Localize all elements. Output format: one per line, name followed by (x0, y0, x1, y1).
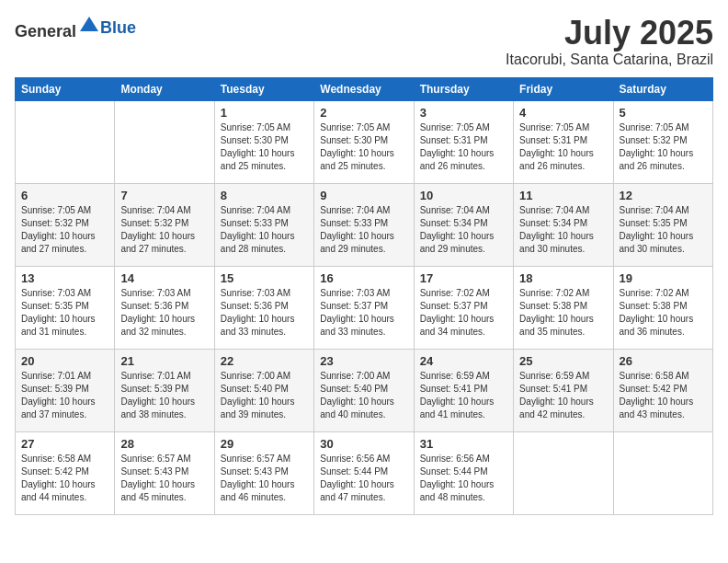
day-info: Sunrise: 7:04 AM Sunset: 5:35 PM Dayligh… (620, 204, 707, 256)
svg-marker-0 (80, 17, 98, 31)
day-info: Sunrise: 7:05 AM Sunset: 5:30 PM Dayligh… (221, 121, 308, 173)
day-number: 23 (320, 354, 407, 368)
day-number: 1 (221, 106, 308, 120)
calendar-cell: 22Sunrise: 7:00 AM Sunset: 5:40 PM Dayli… (214, 349, 313, 431)
day-number: 30 (320, 437, 407, 451)
day-info: Sunrise: 7:05 AM Sunset: 5:32 PM Dayligh… (620, 121, 707, 173)
day-of-week-header: Wednesday (314, 77, 414, 100)
day-number: 3 (420, 106, 507, 120)
calendar-cell: 7Sunrise: 7:04 AM Sunset: 5:32 PM Daylig… (115, 183, 214, 266)
day-number: 18 (519, 271, 607, 285)
day-number: 9 (320, 189, 407, 202)
calendar-cell: 25Sunrise: 6:59 AM Sunset: 5:41 PM Dayli… (514, 349, 613, 431)
calendar-cell: 24Sunrise: 6:59 AM Sunset: 5:41 PM Dayli… (414, 349, 513, 431)
day-number: 5 (620, 106, 707, 120)
calendar-cell: 11Sunrise: 7:04 AM Sunset: 5:34 PM Dayli… (514, 183, 613, 266)
day-of-week-header: Monday (115, 77, 214, 100)
logo-icon (78, 15, 100, 37)
calendar-cell: 2Sunrise: 7:05 AM Sunset: 5:30 PM Daylig… (314, 100, 414, 183)
calendar-cell: 5Sunrise: 7:05 AM Sunset: 5:32 PM Daylig… (613, 100, 712, 183)
calendar-cell: 15Sunrise: 7:03 AM Sunset: 5:36 PM Dayli… (214, 266, 313, 349)
day-of-week-header: Friday (514, 77, 613, 100)
calendar-cell: 27Sunrise: 6:58 AM Sunset: 5:42 PM Dayli… (16, 431, 115, 514)
day-info: Sunrise: 7:03 AM Sunset: 5:36 PM Dayligh… (120, 287, 208, 339)
day-info: Sunrise: 7:04 AM Sunset: 5:34 PM Dayligh… (420, 204, 507, 256)
calendar-cell: 3Sunrise: 7:05 AM Sunset: 5:31 PM Daylig… (414, 100, 513, 183)
day-info: Sunrise: 7:05 AM Sunset: 5:32 PM Dayligh… (21, 204, 108, 256)
day-info: Sunrise: 7:00 AM Sunset: 5:40 PM Dayligh… (320, 370, 407, 421)
calendar-cell: 17Sunrise: 7:02 AM Sunset: 5:37 PM Dayli… (414, 266, 513, 349)
calendar-cell: 29Sunrise: 6:57 AM Sunset: 5:43 PM Dayli… (214, 431, 313, 514)
calendar-cell (16, 100, 115, 183)
day-of-week-header: Tuesday (214, 77, 313, 100)
day-number: 7 (120, 189, 208, 202)
day-of-week-header: Thursday (414, 77, 513, 100)
day-number: 31 (420, 437, 507, 451)
day-info: Sunrise: 7:04 AM Sunset: 5:34 PM Dayligh… (519, 204, 607, 256)
calendar-cell: 23Sunrise: 7:00 AM Sunset: 5:40 PM Dayli… (314, 349, 414, 431)
calendar-cell: 31Sunrise: 6:56 AM Sunset: 5:44 PM Dayli… (414, 431, 513, 514)
day-number: 2 (320, 106, 407, 120)
day-info: Sunrise: 6:57 AM Sunset: 5:43 PM Dayligh… (120, 453, 208, 504)
calendar-cell: 19Sunrise: 7:02 AM Sunset: 5:38 PM Dayli… (613, 266, 712, 349)
logo-general: General (15, 22, 76, 40)
day-info: Sunrise: 6:56 AM Sunset: 5:44 PM Dayligh… (420, 453, 507, 504)
day-info: Sunrise: 7:04 AM Sunset: 5:33 PM Dayligh… (221, 204, 308, 256)
calendar-cell: 12Sunrise: 7:04 AM Sunset: 5:35 PM Dayli… (613, 183, 712, 266)
calendar-cell (514, 431, 613, 514)
day-info: Sunrise: 7:01 AM Sunset: 5:39 PM Dayligh… (21, 370, 108, 421)
day-number: 26 (620, 354, 707, 368)
location: Itacorubi, Santa Catarina, Brazil (506, 52, 713, 68)
day-number: 17 (420, 271, 507, 285)
calendar-cell: 6Sunrise: 7:05 AM Sunset: 5:32 PM Daylig… (16, 183, 115, 266)
calendar-cell: 14Sunrise: 7:03 AM Sunset: 5:36 PM Dayli… (115, 266, 214, 349)
calendar-cell: 1Sunrise: 7:05 AM Sunset: 5:30 PM Daylig… (214, 100, 313, 183)
day-number: 25 (519, 354, 607, 368)
calendar-table: SundayMondayTuesdayWednesdayThursdayFrid… (15, 77, 713, 515)
calendar-cell: 30Sunrise: 6:56 AM Sunset: 5:44 PM Dayli… (314, 431, 414, 514)
day-info: Sunrise: 7:05 AM Sunset: 5:30 PM Dayligh… (320, 121, 407, 173)
day-number: 29 (221, 437, 308, 451)
day-info: Sunrise: 7:01 AM Sunset: 5:39 PM Dayligh… (120, 370, 208, 421)
day-number: 24 (420, 354, 507, 368)
day-info: Sunrise: 7:05 AM Sunset: 5:31 PM Dayligh… (519, 121, 607, 173)
calendar-cell: 20Sunrise: 7:01 AM Sunset: 5:39 PM Dayli… (16, 349, 115, 431)
calendar-cell: 9Sunrise: 7:04 AM Sunset: 5:33 PM Daylig… (314, 183, 414, 266)
calendar-cell: 8Sunrise: 7:04 AM Sunset: 5:33 PM Daylig… (214, 183, 313, 266)
day-number: 22 (221, 354, 308, 368)
calendar-cell: 10Sunrise: 7:04 AM Sunset: 5:34 PM Dayli… (414, 183, 513, 266)
day-info: Sunrise: 7:02 AM Sunset: 5:38 PM Dayligh… (519, 287, 607, 339)
day-number: 20 (21, 354, 108, 368)
calendar-cell: 26Sunrise: 6:58 AM Sunset: 5:42 PM Dayli… (613, 349, 712, 431)
day-info: Sunrise: 7:02 AM Sunset: 5:37 PM Dayligh… (420, 287, 507, 339)
page-header: General Blue July 2025 Itacorubi, Santa … (15, 15, 713, 68)
day-of-week-header: Sunday (16, 77, 115, 100)
day-number: 11 (519, 189, 607, 202)
day-info: Sunrise: 6:58 AM Sunset: 5:42 PM Dayligh… (21, 453, 108, 504)
day-number: 21 (120, 354, 208, 368)
day-number: 12 (620, 189, 707, 202)
day-number: 14 (120, 271, 208, 285)
calendar-cell (613, 431, 712, 514)
day-info: Sunrise: 7:03 AM Sunset: 5:37 PM Dayligh… (320, 287, 407, 339)
calendar-cell: 4Sunrise: 7:05 AM Sunset: 5:31 PM Daylig… (514, 100, 613, 183)
day-number: 8 (221, 189, 308, 202)
day-info: Sunrise: 6:57 AM Sunset: 5:43 PM Dayligh… (221, 453, 308, 504)
day-number: 15 (221, 271, 308, 285)
day-number: 6 (21, 189, 108, 202)
day-info: Sunrise: 6:59 AM Sunset: 5:41 PM Dayligh… (519, 370, 607, 421)
day-number: 19 (620, 271, 707, 285)
day-of-week-header: Saturday (613, 77, 712, 100)
day-info: Sunrise: 7:02 AM Sunset: 5:38 PM Dayligh… (620, 287, 707, 339)
day-number: 10 (420, 189, 507, 202)
day-info: Sunrise: 7:04 AM Sunset: 5:32 PM Dayligh… (120, 204, 208, 256)
day-info: Sunrise: 7:05 AM Sunset: 5:31 PM Dayligh… (420, 121, 507, 173)
day-number: 13 (21, 271, 108, 285)
day-number: 27 (21, 437, 108, 451)
logo: General Blue (15, 15, 136, 41)
calendar-cell: 28Sunrise: 6:57 AM Sunset: 5:43 PM Dayli… (115, 431, 214, 514)
day-info: Sunrise: 6:56 AM Sunset: 5:44 PM Dayligh… (320, 453, 407, 504)
title-block: July 2025 Itacorubi, Santa Catarina, Bra… (506, 15, 713, 68)
day-info: Sunrise: 7:03 AM Sunset: 5:36 PM Dayligh… (221, 287, 308, 339)
month-year: July 2025 (506, 15, 713, 52)
